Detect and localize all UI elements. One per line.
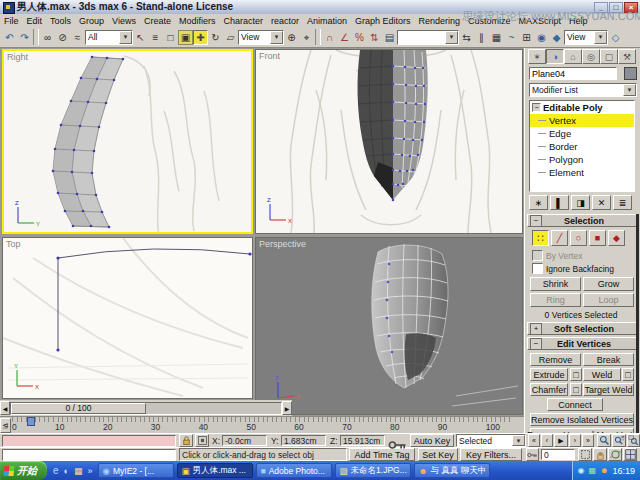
menu-rendering[interactable]: Rendering [415, 16, 465, 26]
polygon-subobject-icon[interactable]: ■ [589, 230, 606, 246]
viewport-label[interactable]: Top [6, 239, 21, 249]
maxscript-listener-pink[interactable] [2, 435, 176, 447]
auto-key-button[interactable]: Auto Key [410, 434, 454, 447]
snap-toggle-icon[interactable]: ∩ [322, 30, 337, 45]
pin-stack-icon[interactable]: ∗ [529, 195, 548, 210]
loop-button[interactable]: Loop [583, 293, 634, 307]
chamfer-button[interactable]: Chamfer [530, 383, 568, 396]
ignore-backfacing-checkbox[interactable] [532, 263, 543, 274]
stack-item-edge[interactable]: Edge [530, 127, 634, 140]
by-vertex-checkbox[interactable] [532, 250, 543, 261]
break-button[interactable]: Break [583, 353, 634, 366]
play-icon[interactable]: ▶ [554, 434, 568, 447]
task-3dsmax[interactable]: ▣男人体.max ... [177, 463, 253, 478]
viewport-label[interactable]: Front [259, 51, 280, 61]
menu-create[interactable]: Create [140, 16, 175, 26]
next-frame-icon[interactable]: › [569, 434, 581, 447]
stack-item-vertex[interactable]: Vertex [530, 114, 634, 127]
redo-icon[interactable]: ↷ [17, 30, 32, 45]
chamfer-settings-icon[interactable]: □ [570, 383, 582, 396]
right-viewport-canvas[interactable]: Z Y [4, 51, 253, 234]
chevron-down-icon[interactable]: ▼ [512, 435, 525, 446]
remove-button[interactable]: Remove [530, 353, 581, 366]
goto-end-icon[interactable]: » [582, 434, 594, 447]
expand-icon[interactable]: + [530, 323, 542, 335]
menu-reactor[interactable]: reactor [267, 16, 303, 26]
select-and-link-icon[interactable]: ∞ [40, 30, 55, 45]
trackbar-tool-icon[interactable]: ⊴ [0, 418, 11, 433]
remove-isolated-vertices-button[interactable]: Remove Isolated Vertices [530, 413, 634, 426]
pan-icon[interactable] [593, 448, 607, 461]
reference-coordinate-dropdown[interactable]: View▼ [238, 30, 284, 45]
time-slider-handle[interactable]: 0 / 100 [11, 403, 146, 414]
modifier-list-dropdown[interactable]: Modifier List▼ [529, 83, 637, 97]
mirror-icon[interactable]: ⇆ [459, 30, 474, 45]
key-mode-dropdown[interactable]: Selected▼ [456, 434, 526, 447]
task-photoshop[interactable]: ■Adobe Photo... [256, 463, 332, 478]
selection-rollout-header[interactable]: −Selection [527, 214, 637, 227]
ring-button[interactable]: Ring [530, 293, 581, 307]
quick-launch-1-icon[interactable]: e [53, 465, 59, 476]
collapse-icon[interactable]: − [530, 215, 542, 227]
chevron-down-icon[interactable]: ▼ [270, 31, 283, 44]
stack-item-element[interactable]: Element [530, 166, 634, 179]
undo-icon[interactable]: ↶ [2, 30, 17, 45]
key-filters-button[interactable]: Key Filters... [460, 448, 522, 461]
perspective-viewport-canvas[interactable]: Z X Y [256, 238, 522, 414]
viewport-label[interactable]: Perspective [259, 239, 306, 249]
hierarchy-tab-icon[interactable]: ⌂ [564, 49, 582, 64]
viewport-front[interactable]: Front [255, 49, 523, 234]
layer-manager-icon[interactable]: ▦ [489, 30, 504, 45]
track-bar[interactable]: ⊴ 0 10 20 30 40 50 60 70 80 90 100 [0, 416, 524, 433]
chevron-down-icon[interactable]: ▼ [445, 31, 458, 44]
tray-grid-icon[interactable]: ▦ [588, 466, 596, 475]
modify-tab-icon[interactable]: ◑ [546, 49, 564, 64]
select-and-rotate-icon[interactable]: ↻ [208, 30, 223, 45]
select-and-manipulate-icon[interactable]: ⌖ [299, 30, 314, 45]
menu-file[interactable]: File [0, 16, 23, 26]
menu-edit[interactable]: Edit [23, 16, 47, 26]
tray-qq-icon[interactable]: ☻ [600, 466, 608, 475]
menu-views[interactable]: Views [108, 16, 140, 26]
connect-button[interactable]: Connect [547, 398, 603, 411]
selection-filter-dropdown[interactable]: All▼ [85, 30, 133, 45]
absolute-mode-icon[interactable] [195, 434, 209, 447]
viewport-perspective[interactable]: Perspective Z X Y [255, 237, 523, 415]
curve-editor-icon[interactable]: ~ [504, 30, 519, 45]
zoom-all-icon[interactable] [612, 434, 626, 447]
key-mode-toggle-icon[interactable] [526, 448, 539, 461]
time-next-arrow[interactable]: ▶ [282, 401, 292, 415]
soft-selection-rollout-header[interactable]: +Soft Selection [527, 322, 637, 335]
select-object-icon[interactable]: ↖ [133, 30, 148, 45]
x-coordinate-field[interactable]: -0.0cm [222, 435, 267, 446]
menu-tools[interactable]: Tools [46, 16, 75, 26]
menu-graph-editors[interactable]: Graph Editors [351, 16, 415, 26]
vertex-subobject-icon[interactable]: ∷ [532, 230, 549, 246]
tray-app-icon[interactable]: ◉ [578, 466, 585, 475]
arc-rotate-icon[interactable] [608, 448, 622, 461]
task-chat[interactable]: ☻与 真真 聊天中 [414, 463, 490, 478]
extrude-button[interactable]: Extrude [530, 368, 568, 381]
collapse-icon[interactable]: − [532, 103, 541, 112]
goto-start-icon[interactable]: « [528, 434, 540, 447]
configure-modifier-sets-icon[interactable]: ≣ [613, 195, 632, 210]
stack-item-polygon[interactable]: Polygon [530, 153, 634, 166]
panel-scrollbar[interactable] [636, 214, 639, 441]
window-crossing-toggle-icon[interactable]: ▣ [178, 30, 193, 45]
select-by-name-icon[interactable]: ≡ [148, 30, 163, 45]
lock-selection-icon[interactable] [179, 434, 193, 447]
viewport-top[interactable]: Top Y X [2, 237, 253, 399]
menu-animation[interactable]: Animation [303, 16, 351, 26]
quick-launch-3-icon[interactable]: ▦ [74, 466, 83, 476]
render-scene-icon[interactable]: ◆ [549, 30, 564, 45]
chevron-down-icon[interactable]: ▼ [119, 31, 132, 44]
viewport-right[interactable]: Right Z Y [2, 49, 253, 234]
current-frame-field[interactable]: 0 [541, 449, 575, 460]
maxscript-listener-white[interactable] [2, 449, 176, 461]
time-slider-track[interactable]: 0 / 100 [10, 402, 282, 415]
utilities-tab-icon[interactable]: ⚒ [618, 49, 636, 64]
shrink-button[interactable]: Shrink [530, 277, 581, 291]
zoom-extents-icon[interactable] [627, 434, 640, 447]
front-viewport-canvas[interactable]: Z X [256, 50, 522, 233]
use-pivot-center-icon[interactable]: ⊕ [284, 30, 299, 45]
